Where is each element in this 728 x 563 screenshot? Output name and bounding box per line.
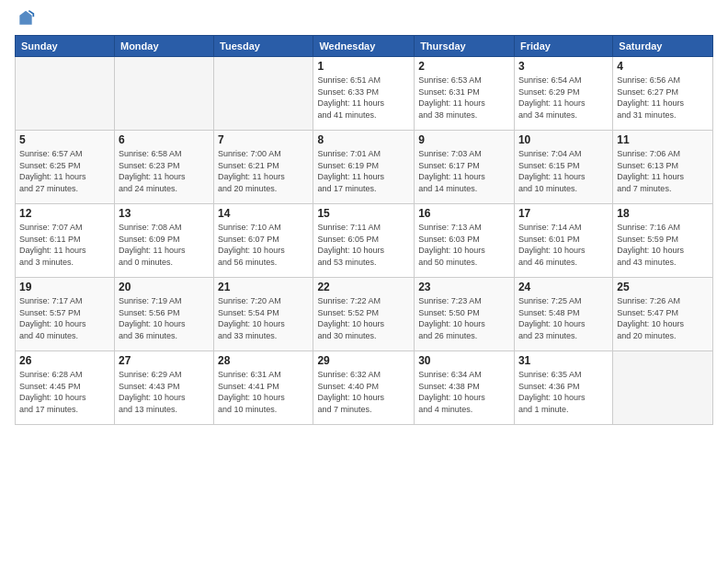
day-info: Sunrise: 7:08 AM Sunset: 6:09 PM Dayligh… [119,222,210,268]
calendar-day-cell: 8Sunrise: 7:01 AM Sunset: 6:19 PM Daylig… [313,131,415,204]
day-number: 7 [218,133,309,146]
day-number: 30 [418,354,510,367]
day-number: 3 [518,60,609,73]
day-info: Sunrise: 6:35 AM Sunset: 4:36 PM Dayligh… [518,369,609,415]
day-info: Sunrise: 6:57 AM Sunset: 6:25 PM Dayligh… [19,148,110,194]
calendar-day-cell: 28Sunrise: 6:31 AM Sunset: 4:41 PM Dayli… [214,351,313,425]
day-info: Sunrise: 6:31 AM Sunset: 4:41 PM Dayligh… [218,369,309,415]
day-info: Sunrise: 6:29 AM Sunset: 4:43 PM Dayligh… [119,369,210,415]
day-number: 15 [317,207,410,220]
calendar-week-row: 12Sunrise: 7:07 AM Sunset: 6:11 PM Dayli… [16,204,713,278]
day-info: Sunrise: 6:51 AM Sunset: 6:33 PM Dayligh… [317,75,410,121]
day-info: Sunrise: 6:58 AM Sunset: 6:23 PM Dayligh… [119,148,210,194]
day-info: Sunrise: 7:20 AM Sunset: 5:54 PM Dayligh… [218,295,309,341]
calendar-day-cell: 27Sunrise: 6:29 AM Sunset: 4:43 PM Dayli… [114,351,213,425]
logo [15,9,35,28]
day-info: Sunrise: 7:13 AM Sunset: 6:03 PM Dayligh… [418,222,510,268]
calendar-day-cell: 19Sunrise: 7:17 AM Sunset: 5:57 PM Dayli… [16,278,115,351]
calendar-day-cell: 22Sunrise: 7:22 AM Sunset: 5:52 PM Dayli… [313,278,415,351]
calendar-day-cell: 4Sunrise: 6:56 AM Sunset: 6:27 PM Daylig… [613,57,713,131]
calendar-day-cell: 1Sunrise: 6:51 AM Sunset: 6:33 PM Daylig… [313,57,415,131]
calendar-table: SundayMondayTuesdayWednesdayThursdayFrid… [15,35,713,425]
calendar-day-cell: 21Sunrise: 7:20 AM Sunset: 5:54 PM Dayli… [214,278,313,351]
calendar-empty-cell [16,57,115,131]
day-number: 22 [317,281,410,293]
day-number: 24 [518,281,609,293]
day-info: Sunrise: 7:26 AM Sunset: 5:47 PM Dayligh… [617,295,709,341]
calendar-day-cell: 10Sunrise: 7:04 AM Sunset: 6:15 PM Dayli… [514,131,612,204]
day-info: Sunrise: 7:17 AM Sunset: 5:57 PM Dayligh… [19,295,110,341]
day-info: Sunrise: 7:07 AM Sunset: 6:11 PM Dayligh… [19,222,110,268]
calendar-week-row: 1Sunrise: 6:51 AM Sunset: 6:33 PM Daylig… [16,57,713,131]
day-number: 27 [119,354,210,367]
day-info: Sunrise: 7:00 AM Sunset: 6:21 PM Dayligh… [218,148,309,194]
calendar-day-cell: 2Sunrise: 6:53 AM Sunset: 6:31 PM Daylig… [415,57,515,131]
header [15,9,713,28]
day-number: 16 [418,207,510,220]
day-info: Sunrise: 7:10 AM Sunset: 6:07 PM Dayligh… [218,222,309,268]
calendar-day-header: Wednesday [313,36,415,57]
calendar-day-header: Sunday [16,36,115,57]
day-number: 21 [218,281,309,293]
day-number: 19 [19,281,110,293]
calendar-day-cell: 5Sunrise: 6:57 AM Sunset: 6:25 PM Daylig… [16,131,115,204]
calendar-day-header: Thursday [415,36,515,57]
day-number: 23 [418,281,510,293]
day-info: Sunrise: 6:34 AM Sunset: 4:38 PM Dayligh… [418,369,510,415]
day-info: Sunrise: 7:03 AM Sunset: 6:17 PM Dayligh… [418,148,510,194]
day-info: Sunrise: 6:28 AM Sunset: 4:45 PM Dayligh… [19,369,110,415]
calendar-day-cell: 26Sunrise: 6:28 AM Sunset: 4:45 PM Dayli… [16,351,115,425]
calendar-day-cell: 9Sunrise: 7:03 AM Sunset: 6:17 PM Daylig… [415,131,515,204]
day-number: 6 [119,133,210,146]
day-number: 11 [617,133,709,146]
day-info: Sunrise: 7:06 AM Sunset: 6:13 PM Dayligh… [617,148,709,194]
calendar-day-header: Tuesday [214,36,313,57]
calendar-day-cell: 20Sunrise: 7:19 AM Sunset: 5:56 PM Dayli… [114,278,213,351]
day-info: Sunrise: 7:23 AM Sunset: 5:50 PM Dayligh… [418,295,510,341]
day-info: Sunrise: 7:04 AM Sunset: 6:15 PM Dayligh… [518,148,609,194]
day-info: Sunrise: 7:11 AM Sunset: 6:05 PM Dayligh… [317,222,410,268]
calendar-day-cell: 13Sunrise: 7:08 AM Sunset: 6:09 PM Dayli… [114,204,213,278]
calendar-week-row: 19Sunrise: 7:17 AM Sunset: 5:57 PM Dayli… [16,278,713,351]
calendar-day-cell: 18Sunrise: 7:16 AM Sunset: 5:59 PM Dayli… [613,204,713,278]
day-number: 4 [617,60,709,73]
day-info: Sunrise: 7:16 AM Sunset: 5:59 PM Dayligh… [617,222,709,268]
calendar-day-cell: 7Sunrise: 7:00 AM Sunset: 6:21 PM Daylig… [214,131,313,204]
page-container: SundayMondayTuesdayWednesdayThursdayFrid… [0,0,728,434]
day-number: 25 [617,281,709,293]
day-info: Sunrise: 6:54 AM Sunset: 6:29 PM Dayligh… [518,75,609,121]
calendar-week-row: 26Sunrise: 6:28 AM Sunset: 4:45 PM Dayli… [16,351,713,425]
calendar-day-cell: 6Sunrise: 6:58 AM Sunset: 6:23 PM Daylig… [114,131,213,204]
day-number: 28 [218,354,309,367]
day-number: 5 [19,133,110,146]
day-number: 18 [617,207,709,220]
calendar-day-cell: 25Sunrise: 7:26 AM Sunset: 5:47 PM Dayli… [613,278,713,351]
calendar-week-row: 5Sunrise: 6:57 AM Sunset: 6:25 PM Daylig… [16,131,713,204]
calendar-day-cell: 12Sunrise: 7:07 AM Sunset: 6:11 PM Dayli… [16,204,115,278]
logo-icon [17,9,35,28]
day-number: 17 [518,207,609,220]
day-number: 9 [418,133,510,146]
day-number: 14 [218,207,309,220]
calendar-day-cell: 3Sunrise: 6:54 AM Sunset: 6:29 PM Daylig… [514,57,612,131]
day-info: Sunrise: 6:32 AM Sunset: 4:40 PM Dayligh… [317,369,410,415]
calendar-day-cell: 29Sunrise: 6:32 AM Sunset: 4:40 PM Dayli… [313,351,415,425]
calendar-empty-cell [613,351,713,425]
calendar-empty-cell [114,57,213,131]
calendar-day-cell: 30Sunrise: 6:34 AM Sunset: 4:38 PM Dayli… [415,351,515,425]
day-number: 8 [317,133,410,146]
calendar-header-row: SundayMondayTuesdayWednesdayThursdayFrid… [16,36,713,57]
day-number: 29 [317,354,410,367]
day-info: Sunrise: 7:01 AM Sunset: 6:19 PM Dayligh… [317,148,410,194]
calendar-empty-cell [214,57,313,131]
calendar-day-cell: 23Sunrise: 7:23 AM Sunset: 5:50 PM Dayli… [415,278,515,351]
calendar-day-cell: 31Sunrise: 6:35 AM Sunset: 4:36 PM Dayli… [514,351,612,425]
day-info: Sunrise: 6:53 AM Sunset: 6:31 PM Dayligh… [418,75,510,121]
calendar-day-cell: 14Sunrise: 7:10 AM Sunset: 6:07 PM Dayli… [214,204,313,278]
day-info: Sunrise: 7:22 AM Sunset: 5:52 PM Dayligh… [317,295,410,341]
calendar-day-header: Monday [114,36,213,57]
day-number: 12 [19,207,110,220]
day-number: 1 [317,60,410,73]
day-info: Sunrise: 7:19 AM Sunset: 5:56 PM Dayligh… [119,295,210,341]
calendar-day-cell: 11Sunrise: 7:06 AM Sunset: 6:13 PM Dayli… [613,131,713,204]
